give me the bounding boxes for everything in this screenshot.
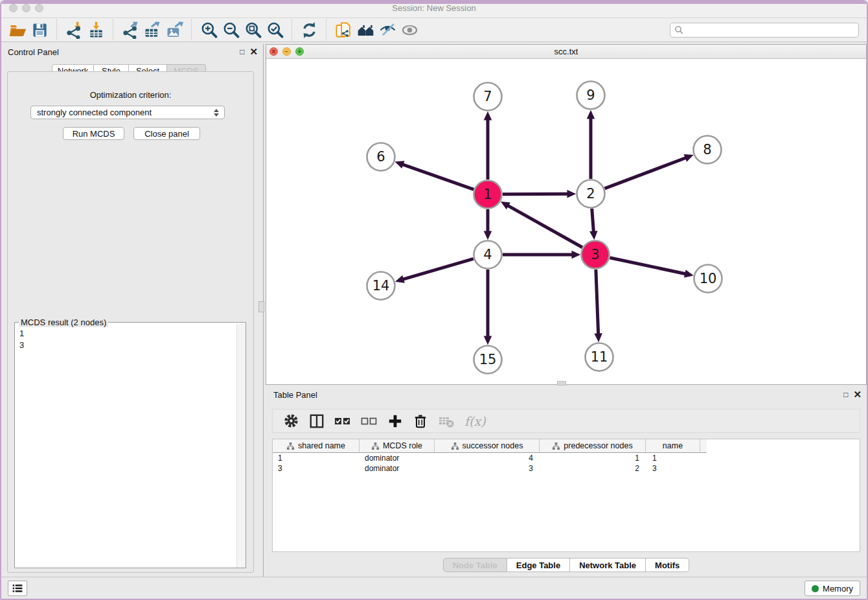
table-cell[interactable]: 2: [540, 463, 646, 474]
deselect-all-button[interactable]: [361, 411, 378, 431]
import-network-button[interactable]: [63, 19, 85, 40]
column-header-name[interactable]: name: [646, 439, 700, 452]
node-4[interactable]: 4: [474, 241, 502, 269]
unchecked-boxes-icon: [361, 413, 378, 430]
zoom-selected-button[interactable]: [264, 19, 286, 40]
edge-3-11[interactable]: [596, 270, 599, 338]
column-label: shared name: [298, 441, 345, 450]
tab-edge-table[interactable]: Edge Table: [507, 558, 570, 572]
show-graphics-details-button[interactable]: [398, 19, 420, 40]
edge-1-2[interactable]: [503, 194, 572, 194]
network-canvas[interactable]: 7968124314101511: [266, 59, 866, 384]
import-table-button[interactable]: [85, 19, 107, 40]
zoom-out-icon: [222, 21, 240, 39]
node-8[interactable]: 8: [694, 136, 722, 164]
float-panel-icon[interactable]: □: [240, 48, 244, 56]
node-7[interactable]: 7: [474, 83, 502, 111]
horizontal-splitter-grip[interactable]: [557, 381, 566, 386]
ndex-button[interactable]: [354, 19, 376, 40]
select-all-button[interactable]: [334, 411, 351, 431]
run-mcds-button[interactable]: Run MCDS: [63, 127, 124, 140]
svg-text:15: 15: [479, 352, 497, 367]
create-column-button[interactable]: [387, 411, 403, 431]
export-network-button[interactable]: [119, 19, 141, 40]
show-columns-button[interactable]: [309, 411, 325, 431]
search-box: [670, 23, 859, 38]
apply-layout-button[interactable]: [298, 19, 320, 40]
cyndex-button[interactable]: [332, 19, 354, 40]
search-icon: [674, 25, 684, 35]
table-cell[interactable]: 3: [646, 463, 700, 474]
svg-text:11: 11: [591, 349, 608, 365]
tab-node-table[interactable]: Node Table: [443, 558, 507, 572]
main-toolbar: [1, 18, 867, 42]
criterion-select[interactable]: strongly connected component: [30, 106, 225, 119]
edge-2-8[interactable]: [605, 156, 690, 189]
export-table-button[interactable]: [141, 19, 163, 40]
zoom-in-button[interactable]: [198, 19, 220, 40]
close-panel-icon[interactable]: ✕: [853, 389, 862, 399]
mcds-result-box: MCDS result (2 nodes) 1 3: [14, 322, 246, 568]
hide-graphics-details-button[interactable]: [376, 19, 398, 40]
close-panel-icon[interactable]: ✕: [249, 47, 258, 56]
function-builder-button[interactable]: f(x): [464, 411, 486, 431]
mcds-panel: Optimization criterion: strongly connect…: [7, 71, 254, 573]
memory-button[interactable]: Memory: [805, 581, 860, 596]
tab-network-table[interactable]: Network Table: [570, 558, 646, 572]
table-options-button[interactable]: [283, 411, 299, 431]
toolbar-separator: [113, 19, 113, 40]
save-session-button[interactable]: [29, 19, 51, 40]
node-1[interactable]: 1: [474, 181, 502, 209]
column-header-mcds-role[interactable]: MCDS role: [360, 439, 435, 452]
export-image-button[interactable]: [163, 19, 185, 40]
table-cell[interactable]: 3: [273, 463, 360, 474]
zoom-fit-button[interactable]: [242, 19, 264, 40]
zoom-in-icon: [200, 21, 218, 39]
search-input[interactable]: [684, 23, 858, 37]
node-9[interactable]: 9: [577, 82, 605, 110]
table-cell[interactable]: dominator: [360, 463, 435, 474]
column-header-successor-nodes[interactable]: successor nodes: [435, 439, 540, 452]
table-cell[interactable]: dominator: [360, 453, 435, 463]
node-2[interactable]: 2: [577, 180, 605, 208]
edge-3-10[interactable]: [610, 258, 689, 275]
close-panel-button[interactable]: Close panel: [133, 127, 200, 140]
open-session-button[interactable]: [6, 19, 29, 40]
import-network-icon: [65, 21, 83, 39]
export-network-icon: [122, 21, 139, 39]
float-panel-icon[interactable]: □: [843, 391, 848, 398]
edge-2-3[interactable]: [592, 209, 594, 236]
edge-1-6[interactable]: [398, 163, 474, 190]
mcds-result-text[interactable]: 1 3: [15, 324, 236, 568]
node-3[interactable]: 3: [582, 241, 610, 269]
column-header-predecessor-nodes[interactable]: predecessor nodes: [540, 439, 646, 452]
node-table: shared name MCDS role successor nodes pr…: [272, 439, 860, 552]
table-cell[interactable]: 1: [273, 453, 360, 463]
table-row[interactable]: 1dominator411: [273, 453, 860, 463]
delete-table-button[interactable]: [438, 411, 455, 431]
table-cell[interactable]: 1: [540, 453, 646, 463]
table-cell[interactable]: 1: [646, 453, 700, 463]
delete-columns-button[interactable]: [413, 411, 428, 431]
result-scrollbar[interactable]: [236, 324, 246, 568]
svg-text:1: 1: [483, 187, 492, 202]
edge-3-1[interactable]: [504, 203, 582, 248]
export-table-icon: [144, 21, 161, 39]
table-cell[interactable]: 3: [435, 463, 540, 474]
node-10[interactable]: 10: [694, 265, 722, 293]
node-15[interactable]: 15: [474, 346, 502, 374]
tree-icon: [371, 442, 380, 450]
edge-4-14[interactable]: [399, 259, 474, 280]
vertical-splitter-grip[interactable]: [258, 301, 264, 312]
task-history-button[interactable]: [8, 581, 27, 596]
column-header-shared-name[interactable]: shared name: [273, 439, 360, 452]
node-6[interactable]: 6: [367, 143, 395, 171]
svg-text:2: 2: [586, 186, 595, 202]
node-14[interactable]: 14: [367, 272, 395, 300]
zoom-out-button[interactable]: [220, 19, 242, 40]
memory-label: Memory: [823, 584, 853, 594]
node-11[interactable]: 11: [586, 343, 613, 371]
table-cell[interactable]: 4: [435, 453, 540, 463]
tab-motifs[interactable]: Motifs: [646, 558, 689, 572]
table-row[interactable]: 3dominator323: [273, 463, 860, 474]
